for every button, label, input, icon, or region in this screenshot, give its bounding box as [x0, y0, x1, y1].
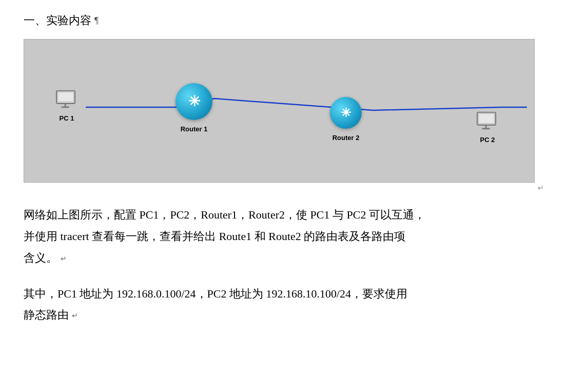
- pc1-monitor-svg: [55, 90, 79, 110]
- title-text: 一、实验内容: [24, 10, 91, 31]
- router1-label: Router 1: [181, 123, 208, 135]
- svg-rect-7: [482, 128, 490, 129]
- network-diagram-wrapper: PC 1 ✳ Router 1 ✳ Router 2 PC 2: [24, 39, 535, 193]
- router2-circle: ✳: [330, 97, 362, 129]
- p1-cont-text: 并使用 tracert 查看每一跳，查看并给出 Route1 和 Route2 …: [24, 230, 405, 243]
- svg-rect-5: [479, 113, 494, 123]
- pc2-label: PC 2: [480, 134, 495, 146]
- p2-text: 其中，PC1 地址为 192.168.0.100/24，PC2 地址为 192.…: [24, 287, 407, 300]
- pc2-monitor-svg: [476, 111, 499, 132]
- router2-symbol: ✳: [341, 107, 351, 119]
- svg-rect-2: [64, 103, 66, 106]
- svg-rect-6: [485, 125, 487, 128]
- p1-cont2-text: 含义。: [24, 251, 57, 264]
- page-title: 一、实验内容 ¶: [24, 10, 564, 31]
- return-mark-1: ↵: [61, 254, 67, 262]
- diagram-return-mark: ↵: [538, 182, 544, 194]
- router2-label: Router 2: [332, 132, 360, 144]
- paragraph-2: 其中，PC1 地址为 192.168.0.100/24，PC2 地址为 192.…: [24, 283, 564, 326]
- router2-icon: ✳ Router 2: [330, 97, 362, 144]
- router1-circle: ✳: [175, 83, 212, 120]
- paragraph-icon: ¶: [94, 12, 99, 29]
- pc1-icon: PC 1: [55, 90, 79, 124]
- p1-text: 网络如上图所示，配置 PC1，PC2，Router1，Router2，使 PC1…: [24, 208, 425, 221]
- paragraph-1: 网络如上图所示，配置 PC1，PC2，Router1，Router2，使 PC1…: [24, 204, 564, 268]
- return-mark-2: ↵: [72, 312, 78, 320]
- network-diagram: PC 1 ✳ Router 1 ✳ Router 2 PC 2: [24, 39, 535, 183]
- text-section: 网络如上图所示，配置 PC1，PC2，Router1，Router2，使 PC1…: [24, 204, 564, 326]
- svg-rect-1: [58, 92, 73, 102]
- router1-symbol: ✳: [188, 94, 200, 109]
- p2-cont-text: 静态路由: [24, 308, 69, 321]
- pc2-icon: PC 2: [476, 111, 499, 146]
- cable-svg: [55, 70, 527, 152]
- router1-icon: ✳ Router 1: [175, 83, 212, 135]
- pc1-label: PC 1: [60, 112, 74, 124]
- svg-rect-3: [62, 106, 69, 108]
